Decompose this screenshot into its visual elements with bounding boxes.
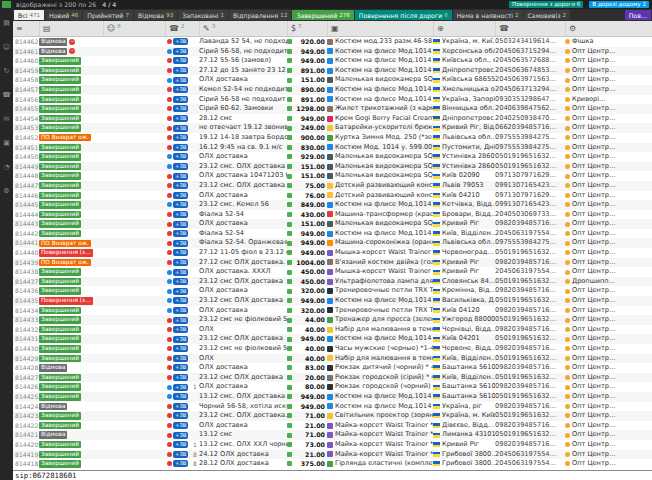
callback-button[interactable]: +3В xyxy=(173,432,188,439)
table-row[interactable]: 814427 Завершений +3В 23.12 смс ОЛХ дост… xyxy=(13,373,652,383)
client-name[interactable] xyxy=(103,210,165,220)
table-row[interactable]: 814431 Завершений +3В 23.12 смс ОЛХ дост… xyxy=(13,334,652,344)
client-name[interactable] xyxy=(103,85,165,95)
callback-button[interactable]: +3В xyxy=(173,57,188,64)
table-row[interactable]: 814451 Завершений +3В 16.12 9:45 на св. … xyxy=(13,143,652,153)
phone-number[interactable]: 0501919651632… xyxy=(495,430,565,440)
table-row[interactable]: 814445 Завершений +3В 23.12 смс. Кемел 5… xyxy=(13,200,652,210)
table-row[interactable]: 814421 Відмова +3В 13.12 смс 71.00 Майка… xyxy=(13,430,652,440)
phone-number[interactable]: 0501919651632… xyxy=(495,411,565,421)
table-row[interactable]: 814420 Завершений +3В 1 13.12 смс. ОЛХ Х… xyxy=(13,440,652,450)
callback-button[interactable]: +3В xyxy=(173,163,188,170)
tab-more[interactable]: Пов… xyxy=(625,10,651,20)
titlebar-chip[interactable]: В дорозі додому 2 xyxy=(589,1,649,8)
callback-button[interactable]: +3В xyxy=(173,412,188,419)
client-name[interactable] xyxy=(103,440,165,450)
phone-number[interactable]: 0982039485716… xyxy=(495,402,565,412)
table-row[interactable]: 814423 Завершений +3В 23.12 смс. ОЛХ дос… xyxy=(13,411,652,421)
phone-number[interactable]: 0991307165423… xyxy=(495,200,565,210)
tab-новий[interactable]: Новий46 xyxy=(45,10,82,20)
table-row[interactable]: 814438 Завершений +3В ОЛХ доставка. ХХХЛ… xyxy=(13,267,652,277)
phone-number[interactable]: 2045063197554… xyxy=(495,267,565,277)
client-name[interactable] xyxy=(103,392,165,402)
phone-number[interactable]: 0662039485716… xyxy=(495,123,565,133)
callback-button[interactable]: +3В xyxy=(173,134,188,141)
callback-button[interactable]: +3В xyxy=(173,460,188,467)
client-name[interactable] xyxy=(103,123,165,133)
callback-button[interactable]: +3В xyxy=(173,269,188,276)
table-row[interactable]: 814442 Завершений +3В Фіалка 52-54 949.0… xyxy=(13,229,652,239)
phone-number[interactable]: 0975553984275… xyxy=(495,238,565,248)
callback-button[interactable]: +3В xyxy=(173,105,188,112)
table-row[interactable]: 814418 Завершений +3В 8 28.12 ОЛХ достав… xyxy=(13,459,652,469)
client-name[interactable] xyxy=(103,114,165,124)
client-name[interactable] xyxy=(103,363,165,373)
phone-number[interactable]: 2045063674853… xyxy=(495,66,565,76)
client-name[interactable] xyxy=(103,421,165,431)
client-name[interactable] xyxy=(103,459,165,469)
page-indicator[interactable]: 4 / 4 xyxy=(102,0,116,9)
callback-button[interactable]: +3В xyxy=(173,307,188,314)
callback-button[interactable]: +3В xyxy=(173,230,188,237)
client-name[interactable] xyxy=(103,306,165,316)
stats-icon[interactable]: ◔ xyxy=(3,162,9,172)
callback-button[interactable]: +3В xyxy=(173,297,188,304)
client-name[interactable] xyxy=(103,402,165,412)
callback-button[interactable]: +3В xyxy=(173,211,188,218)
callback-button[interactable]: +3В xyxy=(173,48,188,55)
phone-number[interactable]: 2045063197554… xyxy=(495,459,565,469)
table-row[interactable]: 814440 Повернення (з… +3В 27.12 11-05 фі… xyxy=(13,248,652,258)
callback-button[interactable]: +3В xyxy=(173,336,188,343)
table-row[interactable]: 814455 Завершений +3В Сірий 60-62. Замов… xyxy=(13,104,652,114)
column-header-products-icon[interactable]: ▣ xyxy=(327,21,433,36)
client-name[interactable] xyxy=(103,258,165,268)
phone-number[interactable]: 0501919651632… xyxy=(495,162,565,172)
table-row[interactable]: 814449 Завершений +3В 23.12 смс. ОЛХ дос… xyxy=(13,162,652,172)
table-row[interactable]: 814430 Завершений +3В 23.12 смс не фіолк… xyxy=(13,344,652,354)
table-row[interactable]: 814454 Завершений +3В 28.12 смс 949.00 К… xyxy=(13,114,652,124)
client-name[interactable] xyxy=(103,66,165,76)
client-name[interactable] xyxy=(103,354,165,364)
callback-button[interactable]: +3В xyxy=(173,384,188,391)
tab-запаковані[interactable]: Запаковані1 xyxy=(178,10,228,20)
callback-button[interactable]: +3В xyxy=(173,173,188,180)
calls-icon[interactable]: ☎ xyxy=(2,90,11,100)
phone-number[interactable]: 2045063197554… xyxy=(495,450,565,460)
phone-number[interactable]: 2040250938470… xyxy=(495,114,565,124)
phone-number[interactable]: 0982039485716… xyxy=(495,219,565,229)
table-row[interactable]: 814422 Завершений +3В ОЛХ доставка 21.00… xyxy=(13,421,652,431)
tab-самовивіз[interactable]: Самовивіз2 xyxy=(524,10,570,20)
phone-number[interactable]: 0930353298647… xyxy=(495,95,565,105)
client-name[interactable] xyxy=(103,181,165,191)
phone-number[interactable]: 2040503069733… xyxy=(495,210,565,220)
callback-button[interactable]: +3В xyxy=(173,86,188,93)
client-name[interactable] xyxy=(103,162,165,172)
phone-number[interactable]: 0501919651632… xyxy=(495,248,565,258)
clients-icon[interactable]: ☺ xyxy=(3,42,10,52)
table-row[interactable]: 814434 Завершений +3В ОЛХ доставка 320.0… xyxy=(13,306,652,316)
callback-button[interactable]: +3В xyxy=(173,278,188,285)
client-name[interactable] xyxy=(103,315,165,325)
client-name[interactable] xyxy=(103,238,165,248)
table-row[interactable]: 814456 Завершений +3В Сірий 56-58 не под… xyxy=(13,95,652,105)
callback-button[interactable]: +3В xyxy=(173,77,188,84)
table-row[interactable]: 814432 Завершений +3В ОЛХ 40.00 Набір дл… xyxy=(13,325,652,335)
callback-button[interactable]: +3В xyxy=(173,153,188,160)
callback-button[interactable]: +3В xyxy=(173,67,188,74)
client-name[interactable] xyxy=(103,267,165,277)
callback-button[interactable]: +3В xyxy=(173,249,188,256)
callback-button[interactable]: +3В xyxy=(173,374,188,381)
phone-number[interactable]: 2045063971563… xyxy=(495,75,565,85)
table-row[interactable]: 814435 Повернення (з… +3В 23.12 смс ОЛХ … xyxy=(13,296,652,306)
column-header-notes-icon[interactable]: ✎3 xyxy=(199,21,287,36)
column-header-payments-icon[interactable]: $7 xyxy=(287,21,327,36)
callback-button[interactable]: +3В xyxy=(173,441,188,448)
client-name[interactable] xyxy=(103,382,165,392)
phone-number[interactable]: 0982039485716… xyxy=(495,421,565,431)
mail-icon[interactable]: ✉ xyxy=(4,114,10,124)
refresh-icon[interactable]: ↻ xyxy=(4,66,10,76)
callback-button[interactable]: +3В xyxy=(173,221,188,228)
client-name[interactable] xyxy=(103,95,165,105)
table-row[interactable]: 814448 Завершений +3В ОЛХ доставка 10471… xyxy=(13,171,652,181)
client-name[interactable] xyxy=(103,191,165,201)
